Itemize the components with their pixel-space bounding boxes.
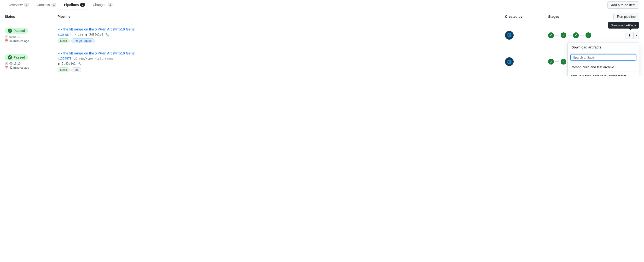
- calendar-icon: 📅: [5, 39, 8, 43]
- branch-icon: ⎇: [73, 57, 77, 60]
- clock-icon: 🕐: [5, 35, 8, 39]
- tab-pipelines-badge: 2: [80, 3, 85, 7]
- clock-icon: 🕐: [5, 62, 8, 65]
- tab-commits[interactable]: Commits 1: [33, 0, 60, 10]
- duration: 00:05:13: [9, 35, 20, 39]
- created-by-cell: 🌐: [505, 31, 548, 40]
- pipeline-meta: #1354874 ⇄ 174 ◆ 5d83e1e2 🔧: [58, 33, 505, 37]
- tag-merge-request: merge request: [71, 38, 95, 43]
- header-pipeline: Pipeline: [58, 15, 505, 19]
- download-split-button: ⬇ ▾: [626, 32, 639, 39]
- pipeline-id-link[interactable]: #1354874: [58, 33, 72, 37]
- add-todo-button[interactable]: Add a to-do item: [607, 2, 639, 9]
- download-dropdown-panel: Download artifacts 🔍 meson build and tes…: [567, 42, 639, 77]
- pipeline-avatar-small: 🔧: [78, 62, 82, 66]
- check-circle-icon: ✓: [8, 55, 12, 60]
- tab-overview-label: Overview: [9, 3, 22, 7]
- status-badge: ✓ Passed: [5, 54, 28, 61]
- stage-3[interactable]: ✓: [573, 32, 579, 38]
- stage-2[interactable]: ✓: [560, 32, 566, 38]
- search-artifacts-input[interactable]: [570, 54, 636, 61]
- stage-1[interactable]: ✓: [548, 59, 554, 65]
- status-label: Passed: [14, 55, 25, 59]
- tabs-bar: Overview 0 Commits 1 Pipelines 2 Changes…: [0, 0, 644, 10]
- tab-pipelines-label: Pipelines: [64, 3, 78, 7]
- avatar: 🌐: [505, 31, 514, 40]
- status-label: Passed: [14, 29, 25, 33]
- pipeline-meta-2: ◆ 5d83e1e2 🔧: [58, 62, 505, 66]
- commit-dot-icon: ◆: [58, 62, 60, 66]
- pipeline-actions: Download artifacts ⬇ ▾ Download artifact…: [596, 32, 639, 39]
- pipeline-meta: #1354873 ⎇ wip/xppen-tilt-range: [58, 57, 505, 60]
- pipeline-id-link[interactable]: #1354873: [58, 57, 72, 60]
- header-actions: Run pipeline: [596, 13, 639, 20]
- pipeline-avatar-small: 🔧: [105, 33, 109, 37]
- stage-line-2: [568, 35, 572, 36]
- pipelines-content: Status Pipeline Created by Stages Run pi…: [0, 10, 644, 76]
- header-created-by: Created by: [505, 15, 548, 19]
- stages-cell: ✓ ✓ ✓ ✓: [548, 32, 596, 38]
- download-icon-button[interactable]: ⬇: [626, 32, 634, 39]
- tab-commits-label: Commits: [37, 3, 50, 7]
- status-badge: ✓ Passed: [5, 28, 28, 34]
- created-by-cell: 🌐: [505, 57, 548, 66]
- time-ago: 34 minutes ago: [9, 39, 29, 43]
- header-stages: Stages: [548, 15, 596, 19]
- commit-dot-icon: ◆: [85, 33, 88, 37]
- status-cell: ✓ Passed 🕐 00:05:13 📅 34 minutes ago: [5, 28, 58, 43]
- tab-changes-label: Changes: [93, 3, 106, 7]
- commit-hash: 5d83e1e2: [90, 33, 103, 36]
- commit-hash: 5d83e1e2: [62, 62, 76, 65]
- commits-count: 174: [78, 33, 83, 37]
- dropdown-title: Download artifacts: [568, 43, 639, 52]
- download-chevron-button[interactable]: ▾: [634, 32, 639, 39]
- header-status: Status: [5, 15, 58, 19]
- search-wrapper: 🔍: [570, 54, 636, 61]
- tab-changes[interactable]: Changes 1: [89, 0, 116, 10]
- tab-overview[interactable]: Overview 0: [5, 0, 33, 10]
- stage-1[interactable]: ✓: [548, 32, 554, 38]
- tag-fork: fork: [71, 67, 81, 72]
- stage-2[interactable]: ✓: [560, 59, 566, 65]
- pipeline-tags: latest merge request: [58, 38, 505, 43]
- check-circle-icon: ✓: [8, 29, 12, 33]
- pipeline-title-link[interactable]: Fix the tilt range on the XPPen ArtistPr…: [58, 51, 135, 55]
- pipeline-row: ✓ Passed 🕐 00:05:13 📅 34 minutes ago Fix…: [5, 23, 639, 47]
- avatar: 🌐: [505, 57, 514, 66]
- tab-pipelines[interactable]: Pipelines 2: [60, 0, 89, 10]
- branch-name: wip/xppen-tilt-range: [79, 57, 114, 60]
- status-meta: 🕐 00:05:13 📅 34 minutes ago: [5, 35, 58, 43]
- download-tooltip: Download artifacts: [608, 22, 639, 29]
- stage-line-1: [555, 61, 559, 62]
- artifact-item-0[interactable]: meson build and test:archive: [568, 63, 639, 72]
- merge-icon: ⇄: [73, 33, 76, 37]
- status-cell: ✓ Passed 🕐 00:13:10 📅 32 minutes ago: [5, 54, 58, 69]
- stage-line-1: [555, 35, 559, 36]
- duration: 00:13:10: [9, 62, 20, 65]
- table-header: Status Pipeline Created by Stages Run pi…: [5, 10, 639, 23]
- tag-latest: latest: [58, 67, 70, 72]
- pipeline-title-link[interactable]: Fix the tilt range on the XPPen ArtistPr…: [58, 27, 135, 31]
- status-meta: 🕐 00:13:10 📅 32 minutes ago: [5, 62, 58, 69]
- tab-changes-badge: 1: [108, 3, 113, 7]
- calendar-icon: 📅: [5, 66, 8, 69]
- time-ago: 32 minutes ago: [9, 66, 29, 69]
- pipeline-info-cell: Fix the tilt range on the XPPen ArtistPr…: [58, 51, 505, 72]
- tab-overview-badge: 0: [24, 3, 29, 7]
- dropdown-search-area: 🔍: [568, 52, 639, 63]
- pipeline-row: ✓ Passed 🕐 00:13:10 📅 32 minutes ago Fix…: [5, 47, 639, 76]
- pipeline-tags: latest fork: [58, 67, 505, 72]
- stage-line-3: [580, 35, 584, 36]
- artifact-item-1[interactable]: vng uhid-test: [test-path-load]:archive: [568, 72, 639, 77]
- stage-4[interactable]: ✓: [586, 32, 591, 38]
- run-pipeline-button[interactable]: Run pipeline: [613, 13, 639, 20]
- search-icon: 🔍: [572, 56, 576, 59]
- tab-commits-badge: 1: [51, 3, 56, 7]
- pipeline-info-cell: Fix the tilt range on the XPPen ArtistPr…: [58, 27, 505, 43]
- tag-latest: latest: [58, 38, 70, 43]
